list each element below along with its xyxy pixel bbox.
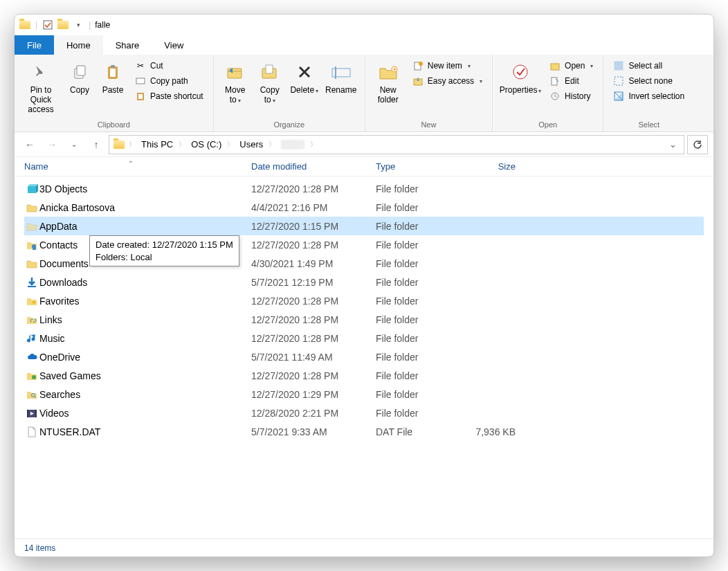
file-list: Date created: 12/27/2020 1:15 PM Folders… (15, 176, 713, 538)
svg-point-30 (32, 375, 36, 379)
file-name: Links (39, 314, 251, 325)
history-button[interactable]: History (547, 89, 596, 103)
svg-rect-21 (552, 78, 557, 85)
new-item-button[interactable]: New item▾ (410, 59, 485, 73)
select-all-button[interactable]: Select all (610, 59, 687, 73)
qat-dropdown-icon[interactable]: ▾ (72, 19, 84, 31)
breadcrumb-users[interactable]: Users (237, 138, 266, 151)
file-name: Searches (39, 389, 251, 400)
tab-file[interactable]: File (15, 35, 54, 55)
address-folder-icon (112, 141, 126, 149)
contacts-icon (24, 239, 39, 251)
breadcrumb-osc[interactable]: OS (C:) (188, 138, 224, 151)
onedrive-icon (24, 351, 39, 363)
address-bar[interactable]: 〉 This PC 〉 OS (C:) 〉 Users 〉 〉 ⌄ (109, 135, 684, 154)
file-row[interactable]: Videos12/28/2020 2:21 PMFile folder (24, 404, 704, 422)
file-date: 5/7/2021 12:19 PM (251, 277, 376, 288)
easy-access-button[interactable]: Easy access▾ (410, 74, 485, 88)
move-to-icon (226, 60, 245, 84)
tab-home[interactable]: Home (54, 35, 103, 55)
pin-to-quick-access-button[interactable]: Pin to Quick access (19, 57, 63, 117)
file-name: Downloads (39, 277, 251, 288)
column-name[interactable]: Name⌃ (24, 161, 251, 172)
file-icon (24, 426, 39, 438)
download-icon (24, 276, 39, 289)
paste-shortcut-icon (135, 91, 146, 102)
copy-to-button[interactable]: Copy to▾ (253, 57, 287, 107)
file-row[interactable]: 3D Objects12/27/2020 1:28 PMFile folder (24, 179, 704, 198)
file-row[interactable]: Anicka Bartosova4/4/2021 2:16 PMFile fol… (24, 198, 704, 217)
file-row[interactable]: Favorites12/27/2020 1:28 PMFile folder (24, 291, 704, 310)
file-date: 5/7/2021 11:49 AM (251, 352, 376, 363)
svg-rect-20 (551, 64, 559, 70)
delete-icon (296, 60, 313, 84)
file-row[interactable]: OneDrive5/7/2021 11:49 AMFile folder (24, 347, 704, 366)
file-date: 12/27/2020 1:15 PM (251, 221, 376, 232)
qat-folder-icon[interactable] (57, 19, 69, 31)
column-date[interactable]: Date modified (251, 161, 376, 172)
rename-icon (331, 60, 352, 84)
recent-locations-button[interactable]: ⌄ (64, 135, 84, 154)
paste-button[interactable]: Paste (96, 57, 129, 98)
edit-button[interactable]: Edit (547, 74, 596, 88)
group-open: Properties▾ Open▾ Edit History Open (493, 55, 603, 132)
breadcrumb-this-pc[interactable]: This PC (138, 138, 176, 151)
copy-to-icon (260, 60, 280, 84)
select-none-button[interactable]: Select none (610, 74, 687, 88)
file-name: Videos (39, 408, 251, 419)
file-type: File folder (376, 333, 455, 344)
copy-path-button[interactable]: Copy path (132, 74, 206, 88)
new-item-icon (412, 60, 424, 71)
pin-icon (32, 60, 50, 84)
forward-button[interactable]: → (42, 135, 62, 154)
up-button[interactable]: ↑ (87, 135, 106, 154)
refresh-button[interactable] (687, 135, 708, 154)
history-icon (549, 91, 561, 102)
file-name: 3D Objects (39, 183, 251, 194)
file-row[interactable]: Searches12/27/2020 1:29 PMFile folder (24, 385, 704, 404)
tab-view[interactable]: View (152, 35, 196, 55)
file-row[interactable]: NTUSER.DAT5/7/2021 9:33 AMDAT File7,936 … (24, 422, 704, 441)
file-row[interactable]: AppData12/27/2020 1:15 PMFile folder (24, 217, 704, 235)
easy-access-icon (412, 75, 424, 87)
ribbon: Pin to Quick access Copy Paste ✂Cut Copy… (15, 55, 713, 132)
copy-button[interactable]: Copy (63, 57, 96, 98)
folder-icon (24, 201, 39, 214)
column-size[interactable]: Size (455, 161, 524, 172)
folder-faded-icon (24, 220, 39, 233)
properties-icon (511, 60, 529, 84)
file-type: File folder (376, 183, 455, 194)
file-row[interactable]: Saved Games12/27/2020 1:28 PMFile folder (24, 366, 704, 385)
file-date: 12/27/2020 1:28 PM (251, 370, 376, 381)
paste-shortcut-button[interactable]: Paste shortcut (132, 89, 206, 103)
rename-button[interactable]: Rename (322, 57, 361, 98)
file-date: 12/27/2020 1:29 PM (251, 389, 376, 400)
tab-share[interactable]: Share (103, 35, 152, 55)
select-none-icon (613, 75, 624, 87)
breadcrumb-current[interactable] (278, 138, 307, 152)
app-icon (19, 19, 31, 31)
cut-button[interactable]: ✂Cut (132, 59, 206, 73)
nav-bar: ← → ⌄ ↑ 〉 This PC 〉 OS (C:) 〉 Users 〉 〉 … (15, 132, 713, 157)
file-row[interactable]: Downloads5/7/2021 12:19 PMFile folder (24, 273, 704, 291)
svg-rect-26 (28, 186, 36, 193)
invert-selection-button[interactable]: Invert selection (610, 89, 687, 103)
back-button[interactable]: ← (20, 135, 39, 154)
delete-button[interactable]: Delete▾ (287, 57, 322, 98)
scissors-icon: ✂ (135, 60, 146, 71)
address-history-button[interactable]: ⌄ (664, 139, 681, 149)
qat-checkbox-icon[interactable] (42, 19, 54, 31)
new-folder-button[interactable]: ✦ New folder (370, 57, 407, 107)
svg-rect-5 (111, 65, 115, 68)
move-to-button[interactable]: Move to▾ (218, 57, 253, 107)
file-row[interactable]: Links12/27/2020 1:28 PMFile folder (24, 310, 704, 329)
properties-button[interactable]: Properties▾ (497, 57, 544, 98)
file-row[interactable]: Music12/27/2020 1:28 PMFile folder (24, 329, 704, 347)
file-type: File folder (376, 352, 455, 363)
file-name: AppData (39, 221, 251, 232)
svg-rect-34 (35, 410, 37, 417)
favorites-icon (24, 295, 39, 307)
column-type[interactable]: Type (376, 161, 455, 172)
svg-point-17 (419, 62, 423, 66)
open-button[interactable]: Open▾ (547, 59, 596, 73)
